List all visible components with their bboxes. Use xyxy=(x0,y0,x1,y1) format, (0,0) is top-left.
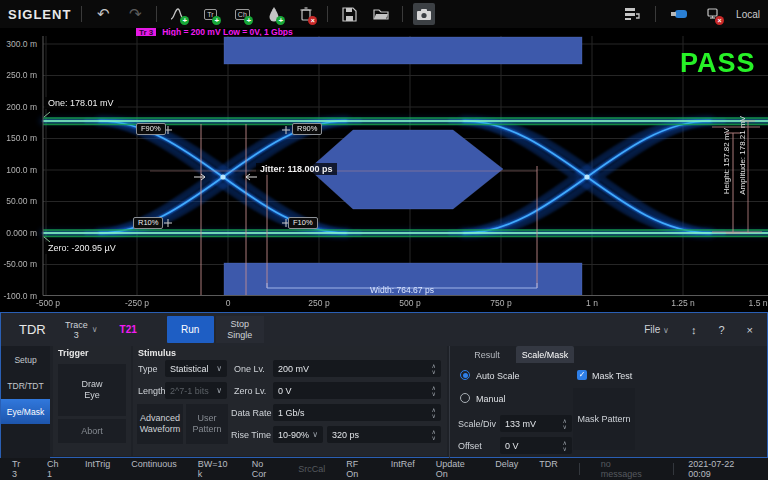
rise-time-label: Rise Time xyxy=(231,430,271,440)
tab-result[interactable]: Result xyxy=(458,346,516,363)
x-tick-label: 250 p xyxy=(289,298,349,308)
spinner-icon[interactable]: ∧∨ xyxy=(432,363,436,375)
plus-badge-icon: + xyxy=(244,16,253,25)
spinner-icon[interactable]: ∧∨ xyxy=(563,418,567,430)
spinner-icon[interactable]: ∧∨ xyxy=(432,385,436,397)
open-file-icon[interactable] xyxy=(370,3,392,25)
screenshot-camera-icon[interactable] xyxy=(413,3,435,25)
local-mode-label[interactable]: Local xyxy=(736,9,760,20)
add-channel-icon[interactable]: Ch + xyxy=(231,3,253,25)
mask-test-pass-status: PASS xyxy=(680,48,756,79)
status-item: Tr 3 xyxy=(12,459,26,479)
stop-single-button[interactable]: Stop Single xyxy=(216,316,264,343)
sidebar-tab[interactable]: TDR/TDT xyxy=(1,373,50,398)
plus-badge-icon: + xyxy=(276,16,285,25)
x-badge-icon: × xyxy=(308,16,317,25)
sidebar-tab[interactable]: Setup xyxy=(1,347,50,372)
trace-selector-label: Trace xyxy=(65,320,88,330)
status-item: IntRef xyxy=(391,459,415,479)
stimulus-group-title: Stimulus xyxy=(138,348,176,358)
save-icon[interactable] xyxy=(338,3,360,25)
plus-badge-icon: + xyxy=(180,16,189,25)
redo-icon[interactable]: ↷ xyxy=(124,3,146,25)
status-item: Update On xyxy=(436,459,474,479)
r90-marker-tag[interactable]: R90% xyxy=(292,123,322,135)
delete-icon[interactable]: × xyxy=(295,3,317,25)
status-datetime: 2021-07-22 00:09 xyxy=(688,459,756,479)
chevron-down-icon: ∨ xyxy=(216,386,222,395)
lan-disconnected-icon[interactable]: × xyxy=(702,3,724,25)
x-tick-label: 0 xyxy=(198,298,258,308)
y-tick-label: 50.00 m xyxy=(0,196,40,206)
rise-time-input[interactable]: 320 ps ∧∨ xyxy=(327,426,441,443)
plus-badge-icon: + xyxy=(212,16,221,25)
status-item: BW=10 k xyxy=(198,459,231,479)
zero-level-label: Zero: -200.95 µV xyxy=(44,242,120,254)
file-menu[interactable]: File ∨ xyxy=(644,324,669,335)
add-waveform-icon[interactable]: + xyxy=(167,3,189,25)
mask-pattern-button[interactable]: Mask Pattern xyxy=(573,388,635,450)
y-tick-label: 200.0 m xyxy=(0,102,40,112)
panel-title: TDR xyxy=(19,322,65,337)
y-tick-label: 150.0 m xyxy=(0,133,40,143)
type-label: Type xyxy=(138,364,158,374)
add-trace-icon[interactable]: Tr + xyxy=(199,3,221,25)
type-dropdown[interactable]: Statistical∨ xyxy=(165,360,227,377)
x-tick-label: -250 p xyxy=(107,298,167,308)
status-messages: no messages xyxy=(601,459,653,479)
length-label: Length xyxy=(138,386,166,396)
status-item: TDR xyxy=(539,459,558,479)
mask-test-checkbox[interactable]: ✓ xyxy=(577,370,587,380)
spinner-icon[interactable]: ∧∨ xyxy=(563,440,567,452)
zero-level-input[interactable]: 0 V ∧∨ xyxy=(273,382,441,399)
status-item: Continuous xyxy=(131,459,177,479)
y-tick-label: 300.0 m xyxy=(0,39,40,49)
rise-time-range-dropdown[interactable]: 10-90%∨ xyxy=(273,426,323,443)
one-level-input[interactable]: 200 mV ∧∨ xyxy=(273,360,441,377)
scale-div-label: Scale/Div xyxy=(458,419,496,429)
divider xyxy=(81,6,82,22)
eye-diagram-plot[interactable]: 300.0 m250.0 m200.0 m150.0 m100.0 m50.00… xyxy=(0,36,768,312)
advanced-waveform-button[interactable]: Advanced Waveform xyxy=(137,404,183,444)
f90-marker-tag[interactable]: F90% xyxy=(136,123,166,135)
tab-scale-mask[interactable]: Scale/Mask xyxy=(516,346,574,363)
manual-radio[interactable] xyxy=(460,393,470,403)
auto-scale-radio[interactable] xyxy=(460,370,470,380)
y-tick-label: 100.0 m xyxy=(0,165,40,175)
r10-marker-tag[interactable]: R10% xyxy=(133,217,163,229)
f10-marker-tag[interactable]: F10% xyxy=(288,217,318,229)
sidebar-tab[interactable]: Eye/Mask xyxy=(1,399,50,424)
scale-mask-section: Result Scale/Mask Auto Scale Manual Scal… xyxy=(449,346,768,458)
manual-label: Manual xyxy=(476,394,506,404)
amplitude-measurement-label: Amplitude: 178.21 mV xyxy=(738,116,747,195)
add-marker-icon[interactable]: + xyxy=(263,3,285,25)
chevron-down-icon: ∨ xyxy=(216,364,222,373)
run-button[interactable]: Run xyxy=(167,316,214,343)
help-icon[interactable]: ? xyxy=(718,324,724,336)
resize-panel-icon[interactable]: ↕ xyxy=(691,324,697,336)
divider xyxy=(156,6,157,22)
abort-button[interactable]: Abort xyxy=(58,419,126,443)
x-tick-label: 1.25 n xyxy=(653,298,713,308)
data-rate-input[interactable]: 1 Gb/s ∧∨ xyxy=(273,404,441,421)
draw-eye-button[interactable]: Draw Eye xyxy=(58,364,126,416)
trigger-group: Trigger Draw Eye Abort xyxy=(53,346,131,456)
y-tick-label: -50.00 m xyxy=(0,259,40,269)
scale-div-input[interactable]: 133 mV ∧∨ xyxy=(500,415,572,432)
spinner-icon[interactable]: ∧∨ xyxy=(432,407,436,419)
user-pattern-button[interactable]: User Pattern xyxy=(186,404,228,444)
offset-label: Offset xyxy=(458,441,482,451)
usb-device-icon[interactable] xyxy=(668,3,690,25)
status-item: No Cor xyxy=(252,459,278,479)
divider xyxy=(579,463,580,475)
data-rate-label: Data Rate xyxy=(231,408,272,418)
length-dropdown[interactable]: 2^7-1 bits∨ xyxy=(165,382,227,399)
status-item: IntTrig xyxy=(85,459,110,479)
top-toolbar: SIGLENT ↶ ↷ + Tr + Ch + + × xyxy=(0,0,768,28)
spinner-icon[interactable]: ∧∨ xyxy=(432,429,436,441)
offset-input[interactable]: 0 V ∧∨ xyxy=(500,437,572,454)
close-panel-icon[interactable]: × xyxy=(747,324,753,336)
undo-icon[interactable]: ↶ xyxy=(92,3,114,25)
layout-link-icon[interactable] xyxy=(621,3,643,25)
trace-selector[interactable]: Trace 3 ∨ xyxy=(65,320,98,340)
